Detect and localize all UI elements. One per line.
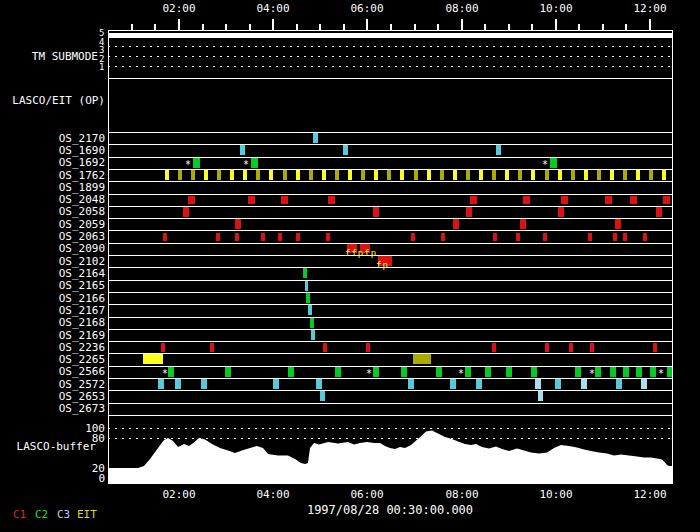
timeline-mark [485, 367, 491, 377]
grid-hline [108, 415, 672, 416]
timeline-mark [217, 170, 221, 180]
timeline-mark [183, 207, 189, 217]
axis-tick [437, 24, 439, 30]
row-label: OS_1899 [2, 182, 105, 193]
tm-submode-dotted-line [108, 46, 672, 47]
timeline-mark [161, 343, 165, 352]
axis-tick [414, 24, 416, 30]
axis-label-top: 10:00 [531, 3, 581, 14]
axis-tick [131, 24, 133, 30]
timeline-mark [538, 391, 543, 401]
timeline-mark [466, 207, 472, 217]
star-marker: * [589, 369, 595, 379]
timeline-mark [320, 391, 325, 401]
timeline-mark [492, 170, 496, 180]
timeline-mark [492, 343, 496, 352]
timeline-mark [558, 170, 562, 180]
timeline-mark [235, 219, 241, 229]
timeline-mark [328, 196, 335, 204]
timeline-mark [411, 233, 415, 241]
row-label: OS_1692 [2, 157, 105, 168]
axis-tick [461, 19, 463, 30]
axis-label-bottom: 02:00 [154, 489, 204, 500]
grid-hline [108, 478, 673, 484]
timeline-mark [305, 281, 308, 291]
timeline-mark [281, 196, 288, 204]
tm-submode-label: TM SUBMODE [0, 51, 98, 62]
star-marker: * [185, 160, 191, 170]
timeline-mark [440, 170, 444, 180]
axis-label-top: 08:00 [437, 3, 487, 14]
timeline-mark [256, 170, 260, 180]
timeline-mark [165, 170, 169, 180]
axis-label-top: 06:00 [342, 3, 392, 14]
timeline-mark [595, 367, 601, 377]
axis-tick [343, 24, 345, 30]
axis-tick [625, 24, 627, 30]
timeline-mark [506, 367, 512, 377]
timeline-mark [201, 379, 207, 389]
grid-hline [108, 390, 672, 391]
timeline-mark [288, 367, 294, 377]
legend-item-c3: C3 [57, 509, 70, 520]
grid-hline [108, 132, 672, 133]
timeline-mark [571, 170, 575, 180]
axis-label-bottom: 12:00 [625, 489, 675, 500]
timeline-mark [230, 170, 234, 180]
timeline-mark [188, 196, 195, 204]
timeline-mark [641, 379, 647, 389]
timeline-mark [543, 233, 547, 241]
timeline-mark [278, 233, 282, 241]
grid-hline [108, 218, 672, 219]
tm-submode-active-bar [108, 33, 672, 38]
timeline-mark [225, 367, 231, 377]
row-label: OS_2165 [2, 280, 105, 291]
timeline-mark [610, 367, 616, 377]
timeline-mark [496, 145, 501, 155]
timeline-mark [470, 196, 477, 204]
timeline-mark [343, 145, 348, 155]
timeline-mark [581, 379, 587, 389]
timeline-mark [316, 379, 322, 389]
axis-tick [484, 24, 486, 30]
timeline-mark [616, 379, 622, 389]
timeline-mark [588, 233, 592, 241]
timeline-mark [436, 367, 442, 377]
star-marker: * [458, 369, 464, 379]
grid-hline [108, 206, 672, 207]
timeline-mark [613, 233, 617, 241]
timeline-mark [204, 170, 208, 180]
timeline-mark [310, 318, 314, 328]
grid-vline [672, 30, 673, 484]
axis-tick [202, 24, 204, 30]
timeline-mark [650, 367, 656, 377]
tm-submode-dotted-line [108, 56, 672, 57]
row-label: OS_2059 [2, 219, 105, 230]
timeline-mark [561, 196, 568, 204]
timeline-mark [248, 196, 255, 204]
grid-hline [108, 341, 672, 342]
row-label: OS_2265 [2, 354, 105, 365]
buffer-area-chart [108, 420, 672, 478]
flag-annotation: ffpfp [345, 249, 377, 258]
axis-tick [578, 24, 580, 30]
axis-tick [649, 19, 651, 30]
timeline-mark [240, 145, 245, 155]
star-marker: * [542, 160, 548, 170]
grid-hline [108, 194, 672, 195]
grid-hline [108, 292, 672, 293]
axis-label-bottom: 08:00 [437, 489, 487, 500]
date-time-label: 1997/08/28 00:30:00.000 [108, 504, 672, 516]
grid-hline [108, 329, 672, 330]
timeline-mark [531, 170, 535, 180]
timeline-mark [235, 233, 239, 241]
timeline-mark [569, 343, 573, 352]
timeline-mark [656, 207, 662, 217]
timeline-mark [575, 367, 581, 377]
timeline-mark [453, 170, 457, 180]
grid-hline [108, 403, 672, 404]
timeline-mark [387, 170, 391, 180]
row-label: OS_1690 [2, 145, 105, 156]
axis-label-bottom: 04:00 [248, 489, 298, 500]
timeline-mark [643, 233, 647, 241]
